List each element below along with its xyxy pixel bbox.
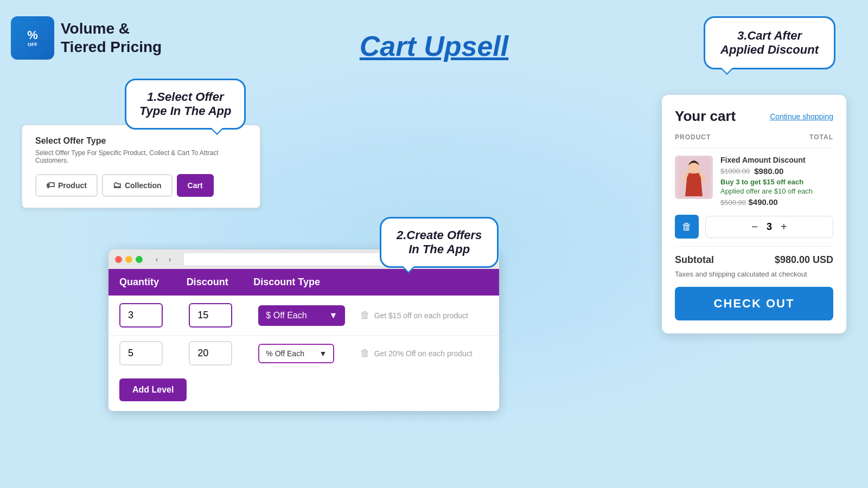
cart-panel: Your cart Continue shopping PRODUCT TOTA… (662, 95, 846, 333)
browser-content: Quantity Discount Discount Type $ Off Ea… (108, 269, 499, 411)
col-discount-type: Discount Type (253, 277, 354, 288)
cart-title: Your cart (675, 108, 736, 125)
cart-item-original-price: $1000.00 (720, 167, 750, 175)
cart-offer-text: Buy 3 to get $15 off each (720, 178, 833, 186)
add-level-button[interactable]: Add Level (119, 378, 187, 401)
logo-off-label: OFF (27, 42, 38, 47)
browser-maximize-btn[interactable] (136, 256, 143, 263)
discount-type-1-label: $ Off Each (266, 311, 307, 320)
discount-input-1[interactable] (189, 303, 232, 328)
subtotal-label: Subtotal (675, 254, 714, 266)
qty-input-1[interactable] (119, 303, 163, 328)
cart-item-name: Fixed Amount Discount (720, 156, 833, 164)
logo-percent-icon: % (27, 29, 38, 41)
row2-desc-text: Get 20% Off on each product (374, 349, 473, 358)
table-header: Quantity Discount Discount Type (108, 269, 499, 296)
cart-divider (675, 246, 833, 247)
cart-item-discounted-price: $980.00 (754, 166, 783, 176)
product-image-svg (678, 157, 710, 198)
cart-item: Fixed Amount Discount $1000.00 $980.00 B… (675, 156, 833, 207)
browser-forward-btn[interactable]: › (164, 254, 175, 265)
dropdown-arrow-1: ▼ (329, 311, 338, 320)
speech-bubble-1: 1.Select OfferType In The App (125, 79, 246, 130)
offer-type-subtitle: Select Offer Type For Specific Product, … (35, 149, 247, 164)
cart-applied-text: Applied offer are $10 off each (720, 187, 833, 195)
cart-item-image (675, 156, 713, 199)
qty-input-2[interactable] (119, 341, 163, 365)
cart-qty-controls: 🗑 − 3 + (675, 215, 833, 239)
discount-type-select-2[interactable]: % Off Each ▼ (258, 344, 334, 363)
row1-desc-text: Get $15 off on each product (374, 311, 468, 320)
logo-line2: Tiered Pricing (61, 38, 162, 56)
col-header-product: PRODUCT (675, 133, 711, 141)
offer-btn-cart[interactable]: Cart (177, 174, 214, 197)
qty-control-box: − 3 + (705, 216, 833, 238)
cart-col-headers: PRODUCT TOTAL (675, 133, 833, 148)
cart-price-before: $500.00 (720, 198, 746, 207)
discount-type-select-1[interactable]: $ Off Each ▼ (258, 305, 345, 326)
page-title: Cart Upsell (360, 30, 509, 62)
app-name: Volume & Tiered Pricing (61, 20, 162, 56)
product-icon: 🏷 (46, 181, 55, 190)
offer-btn-collection-label: Collection (125, 181, 162, 190)
qty-increase-button[interactable]: + (781, 221, 787, 233)
discount-input-2[interactable] (189, 341, 232, 365)
table-row-2: % Off Each ▼ 🗑 Get 20% Off on each produ… (108, 336, 499, 371)
app-logo: % OFF (11, 16, 54, 60)
collection-icon: 🗂 (113, 181, 122, 190)
discount-type-2-label: % Off Each (266, 349, 304, 358)
offer-btn-cart-label: Cart (188, 181, 203, 190)
col-empty (354, 277, 488, 288)
checkout-button[interactable]: CHECK OUT (675, 287, 833, 320)
offer-type-buttons: 🏷 Product 🗂 Collection Cart (35, 174, 247, 197)
cart-tax-note: Taxes and shipping calculated at checkou… (675, 270, 833, 278)
browser-close-btn[interactable] (115, 256, 122, 263)
col-header-total: TOTAL (809, 133, 833, 141)
offer-btn-product-label: Product (58, 181, 87, 190)
logo-line1: Volume & (61, 20, 162, 38)
cart-header: Your cart Continue shopping (675, 108, 833, 125)
browser-nav: ‹ › (151, 254, 175, 265)
browser-back-btn[interactable]: ‹ (151, 254, 162, 265)
row2-description: 🗑 Get 20% Off on each product (360, 348, 488, 359)
qty-decrease-button[interactable]: − (751, 221, 758, 233)
offer-btn-collection[interactable]: 🗂 Collection (102, 174, 173, 197)
qty-value: 3 (767, 221, 772, 233)
browser-window: ‹ › Quantity Discount Discount Type $ Of… (108, 249, 499, 411)
table-row-1: $ Off Each ▼ 🗑 Get $15 off on each produ… (108, 296, 499, 336)
col-quantity: Quantity (119, 277, 187, 288)
cart-delete-button[interactable]: 🗑 (675, 215, 699, 239)
bubble3-text: 3.Cart AfterApplied Discount (720, 29, 819, 56)
cart-subtotal: Subtotal $980.00 USD (675, 254, 833, 266)
bubble2-text: 2.Create OffersIn The App (397, 228, 482, 256)
cart-item-details: Fixed Amount Discount $1000.00 $980.00 B… (720, 156, 833, 207)
app-header: % OFF Volume & Tiered Pricing (11, 16, 162, 60)
continue-shopping-link[interactable]: Continue shopping (770, 112, 833, 121)
trash-icon-1[interactable]: 🗑 (360, 310, 370, 321)
trash-icon-2[interactable]: 🗑 (360, 348, 370, 359)
speech-bubble-2: 2.Create OffersIn The App (380, 217, 499, 268)
offer-btn-product[interactable]: 🏷 Product (35, 174, 98, 197)
subtotal-value: $980.00 USD (775, 254, 833, 266)
browser-minimize-btn[interactable] (125, 256, 132, 263)
dropdown-arrow-2: ▼ (320, 349, 327, 358)
offer-type-panel: Select Offer Type Select Offer Type For … (22, 125, 260, 208)
row1-description: 🗑 Get $15 off on each product (360, 310, 488, 321)
col-discount: Discount (187, 277, 254, 288)
cart-price-after: $490.00 (748, 197, 777, 207)
discount-table: Quantity Discount Discount Type $ Off Ea… (108, 269, 499, 371)
bubble1-text: 1.Select OfferType In The App (139, 90, 231, 118)
speech-bubble-3: 3.Cart AfterApplied Discount (704, 16, 835, 69)
